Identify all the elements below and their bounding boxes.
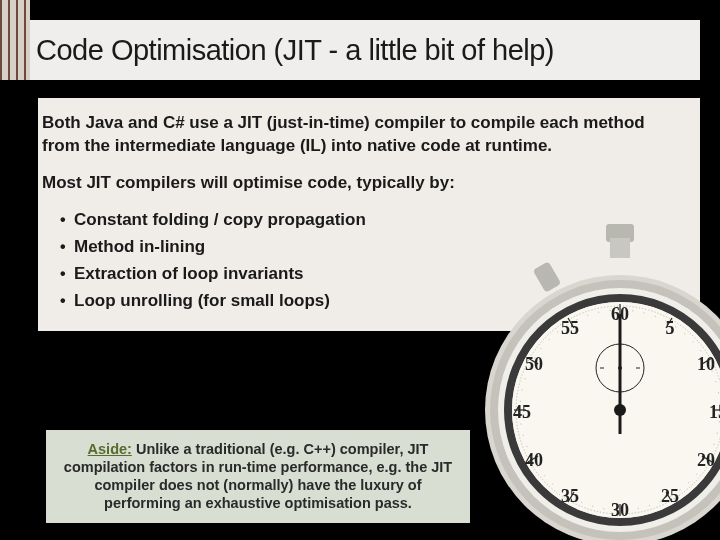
aside-box: Aside: Unlike a traditional (e.g. C++) c… (46, 430, 470, 523)
intro-paragraph: Both Java and C# use a JIT (just-in-time… (42, 112, 682, 158)
svg-text:45: 45 (513, 402, 531, 422)
title-subtitle: (JIT - a little bit of help) (266, 34, 554, 66)
svg-rect-1 (610, 238, 630, 258)
aside-label: Aside: (88, 441, 132, 457)
title-main: Code Optimisation (36, 34, 266, 66)
left-accent-decoration (0, 0, 30, 80)
svg-text:15: 15 (709, 402, 720, 422)
slide: Code Optimisation (JIT - a little bit of… (0, 0, 720, 540)
title-bar: Code Optimisation (JIT - a little bit of… (30, 20, 700, 80)
lead-paragraph: Most JIT compilers will optimise code, t… (42, 172, 682, 195)
svg-text:40: 40 (525, 450, 543, 470)
svg-text:20: 20 (697, 450, 715, 470)
svg-text:50: 50 (525, 354, 543, 374)
slide-title: Code Optimisation (JIT - a little bit of… (36, 34, 554, 67)
svg-text:35: 35 (561, 486, 579, 506)
svg-point-29 (614, 404, 626, 416)
svg-text:25: 25 (661, 486, 679, 506)
svg-rect-2 (533, 261, 562, 293)
stopwatch-illustration: 60 5 10 15 20 25 30 35 40 45 50 55 (480, 220, 720, 540)
